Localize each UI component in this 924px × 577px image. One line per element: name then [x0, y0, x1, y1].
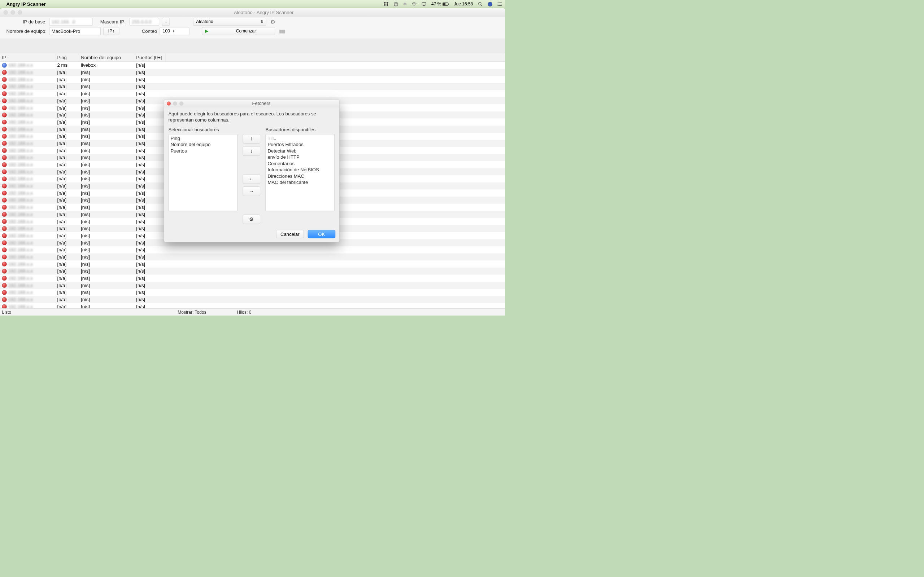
spotlight-icon[interactable] — [478, 2, 483, 6]
host-cell: [n/s] — [79, 127, 134, 132]
host-cell: [n/s] — [79, 226, 134, 231]
ports-cell: [n/s] — [134, 268, 166, 274]
status-dot-icon — [2, 226, 6, 231]
table-row[interactable]: 192.168.x.x[n/a][n/s][n/s] — [0, 246, 505, 253]
remove-fetcher-button[interactable]: → — [243, 187, 260, 196]
columns-button[interactable]: ▮▮▮ — [278, 27, 286, 35]
list-item[interactable]: MAC del fabricante — [268, 179, 333, 186]
svg-rect-5 — [448, 3, 449, 5]
table-row[interactable]: 192.168.x.x[n/a][n/s][n/s] — [0, 289, 505, 296]
ip-cell: 192.168.x.x — [8, 148, 33, 153]
cc-icon[interactable] — [393, 2, 399, 6]
wifi-icon[interactable] — [412, 2, 417, 6]
stepper-icon[interactable]: ▲▼ — [173, 29, 175, 33]
list-item[interactable]: Detectar Web — [268, 148, 333, 154]
col-ports[interactable]: Puertos [0+] — [134, 54, 166, 62]
table-row[interactable]: 192.168.x.x[n/a][n/s][n/s] — [0, 260, 505, 268]
ip-cell: 192.168.x.x — [8, 69, 33, 75]
list-item[interactable]: TTL — [268, 135, 333, 141]
available-fetchers-list[interactable]: TTLPuertos FiltradosDetectar Webenvío de… — [266, 134, 334, 211]
window-title: Aleatorio - Angry IP Scanner — [22, 10, 505, 15]
selected-fetchers-list[interactable]: PingNombre del equipoPuertos — [168, 134, 237, 211]
list-item[interactable]: Nombre del equipo — [171, 141, 235, 148]
siri-icon[interactable] — [488, 2, 493, 6]
clock[interactable]: Jue 16:58 — [454, 2, 473, 6]
svg-point-14 — [498, 3, 498, 3]
hostname-input[interactable]: MacBook-Pro — [50, 27, 101, 35]
svg-point-15 — [498, 4, 498, 5]
col-ping[interactable]: Ping — [55, 54, 79, 62]
play-icon: ▶ — [205, 29, 208, 34]
ok-button[interactable]: OK — [308, 230, 336, 239]
dialog-traffic-lights[interactable] — [164, 102, 183, 105]
table-row[interactable]: 192.168.x.x[n/a][n/s][n/s] — [0, 275, 505, 282]
dialog-description: Aquí puede elegir los buscadores para el… — [168, 111, 335, 123]
list-item[interactable]: Ping — [171, 135, 235, 141]
list-item[interactable]: envío de HTTP — [268, 154, 333, 161]
mask-input[interactable]: 255.0.0.0 — [129, 18, 159, 26]
settings-button[interactable]: ⚙ — [269, 18, 277, 26]
notification-center-icon[interactable] — [498, 2, 502, 6]
mask-dropdown[interactable]: ⌄ — [162, 18, 170, 26]
status-dot-icon — [2, 155, 6, 160]
mode-select[interactable]: Aleatorio ⇅ — [193, 18, 266, 26]
close-icon[interactable] — [167, 102, 171, 105]
host-cell: [n/s] — [79, 105, 134, 110]
add-fetcher-button[interactable]: ← — [243, 174, 260, 184]
status-dot-icon — [2, 290, 6, 295]
cancel-button[interactable]: Cancelar — [276, 230, 304, 239]
move-up-button[interactable]: ↑ — [243, 134, 260, 143]
traffic-lights[interactable] — [0, 10, 22, 15]
bluetooth-icon[interactable]: ✱ — [403, 2, 407, 6]
updown-icon: ⇅ — [261, 20, 263, 23]
table-row[interactable]: 192.168.x.x[n/a][n/s][n/s] — [0, 83, 505, 90]
table-row[interactable]: 192.168.x.x[n/a][n/s][n/s] — [0, 268, 505, 275]
fetcher-prefs-button[interactable]: ⚙ — [243, 214, 260, 224]
app-name[interactable]: Angry IP Scanner — [6, 2, 46, 7]
table-row[interactable]: 192.168.x.x[n/a][n/s][n/s] — [0, 90, 505, 97]
table-row[interactable]: 192.168.x.x[n/a][n/s][n/s] — [0, 296, 505, 303]
host-cell: [n/s] — [79, 247, 134, 253]
ip-up-button[interactable]: IP↑ — [103, 27, 120, 35]
table-row[interactable]: 192.168.x.x[n/a][n/s][n/s] — [0, 69, 505, 76]
status-dot-icon — [2, 219, 6, 224]
battery-status[interactable]: 47 % — [431, 2, 449, 6]
list-item[interactable]: Puertos Filtrados — [268, 141, 333, 148]
dropbox-icon[interactable] — [384, 2, 389, 6]
ping-cell: [n/a] — [55, 304, 79, 309]
status-dot-icon — [2, 169, 6, 174]
list-item[interactable]: Puertos — [171, 148, 235, 154]
ports-cell: [n/s] — [134, 77, 166, 82]
ip-cell: 192.168.x.x — [8, 226, 33, 231]
status-dot-icon — [2, 262, 6, 266]
ipbase-input[interactable]: 192.168. .0 — [50, 18, 93, 26]
col-ip[interactable]: IP — [0, 54, 55, 62]
ping-cell: [n/a] — [55, 276, 79, 281]
status-dot-icon — [2, 134, 6, 139]
start-button[interactable]: ▶ Comenzar — [202, 27, 275, 35]
ip-cell: 192.168.x.x — [8, 91, 33, 96]
host-cell: [n/s] — [79, 91, 134, 96]
list-item[interactable]: Direcciones MAC — [268, 173, 333, 179]
list-item[interactable]: Información de NetBIOS — [268, 167, 333, 173]
list-item[interactable]: Comentarios — [268, 160, 333, 167]
table-row[interactable]: 192.168.x.x[n/a][n/s][n/s] — [0, 282, 505, 289]
gear-icon: ⚙ — [249, 216, 254, 222]
host-cell: [n/s] — [79, 283, 134, 288]
zoom-icon — [179, 102, 183, 105]
ip-cell: 192.168.x.x — [8, 205, 33, 210]
count-input[interactable]: 100 ▲▼ — [160, 27, 189, 35]
titlebar: Aleatorio - Angry IP Scanner — [0, 8, 505, 16]
move-down-button[interactable]: ↓ — [243, 147, 260, 156]
col-host[interactable]: Nombre del equipo — [79, 54, 134, 62]
table-row[interactable]: 192.168.x.x[n/a][n/s][n/s] — [0, 76, 505, 83]
mask-label: Mascara IP : — [100, 19, 127, 24]
host-cell: [n/s] — [79, 304, 134, 309]
airplay-icon[interactable] — [422, 2, 426, 6]
table-row[interactable]: 192.168.x.x[n/a][n/s][n/s] — [0, 303, 505, 309]
table-row[interactable]: 192.168.x.x2 mslivebox[n/s] — [0, 62, 505, 69]
ports-cell: [n/s] — [134, 119, 166, 125]
table-row[interactable]: 192.168.x.x[n/a][n/s][n/s] — [0, 253, 505, 261]
status-dot-icon — [2, 113, 6, 117]
ping-cell: [n/a] — [55, 84, 79, 89]
